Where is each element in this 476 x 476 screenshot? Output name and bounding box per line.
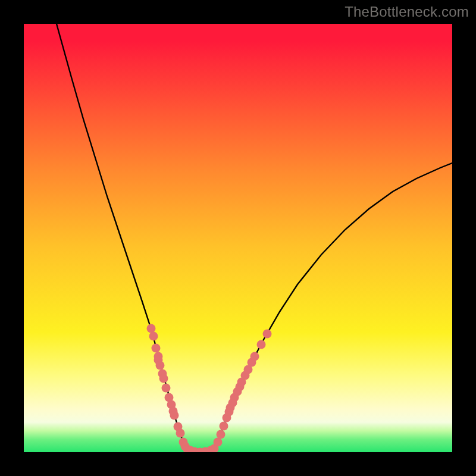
marker-dot bbox=[257, 340, 266, 349]
marker-dot bbox=[152, 344, 161, 353]
marker-dot bbox=[250, 352, 259, 361]
marker-dot bbox=[217, 430, 226, 439]
marker-dot bbox=[170, 411, 179, 420]
marker-dot bbox=[159, 374, 168, 383]
marker-dot bbox=[149, 332, 158, 341]
curve-layer bbox=[24, 24, 452, 452]
marker-dot bbox=[147, 324, 156, 333]
marker-dot bbox=[263, 330, 272, 339]
marker-dot bbox=[176, 429, 185, 438]
marker-dot bbox=[214, 438, 223, 447]
marker-dot bbox=[220, 422, 228, 431]
marker-dots bbox=[147, 324, 272, 453]
watermark-text: TheBottleneck.com bbox=[345, 4, 469, 20]
marker-dot bbox=[156, 361, 165, 370]
plot-area bbox=[24, 24, 452, 452]
bottleneck-curve bbox=[57, 24, 452, 452]
chart-frame: TheBottleneck.com bbox=[0, 0, 476, 476]
marker-dot bbox=[162, 384, 171, 393]
